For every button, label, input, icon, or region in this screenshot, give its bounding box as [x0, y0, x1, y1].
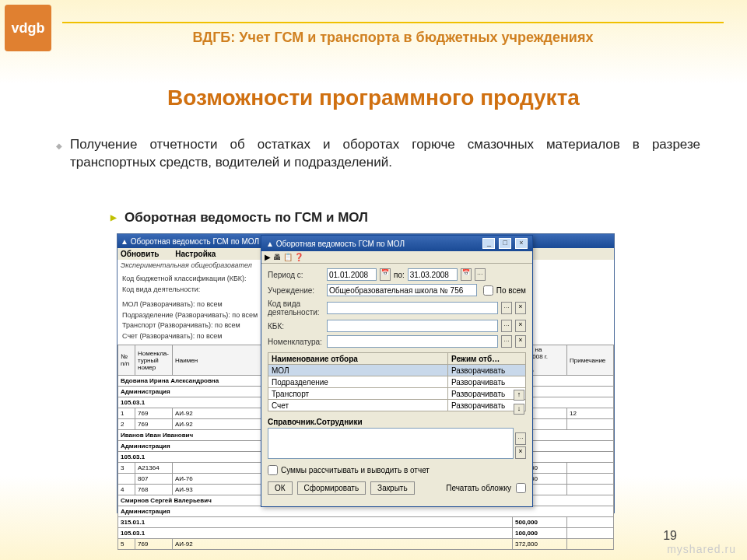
kbk-clear[interactable]: × [515, 320, 526, 332]
sub-bullet: Оборотная ведомость по ГСМ и МОЛ [124, 210, 368, 226]
activity-clear[interactable]: × [515, 302, 526, 314]
filter-row[interactable]: СчетРазворачивать [268, 400, 526, 411]
kbk-input[interactable] [327, 320, 498, 332]
filter-row[interactable]: МОЛРазворачивать [268, 365, 526, 376]
col-note: Примечание [567, 345, 614, 376]
header-subtitle: ВДГБ: Учет ГСМ и транспорта в бюджетных … [62, 22, 724, 46]
refbook-clear[interactable]: × [515, 446, 526, 459]
date-to-picker[interactable]: 📅 [461, 268, 472, 281]
filter-row[interactable]: ПодразделениеРазворачивать [268, 376, 526, 388]
activity-input[interactable] [327, 302, 498, 314]
refbook-box[interactable] [268, 428, 514, 459]
label-kbk: КБК: [268, 322, 324, 331]
label-to: по: [394, 271, 405, 279]
menu-update[interactable]: Обновить [121, 250, 159, 258]
activity-dots[interactable]: … [501, 302, 512, 314]
cover-checkbox[interactable] [516, 483, 526, 493]
filter-table[interactable]: Наименование отбораРежим отб… МОЛРазвора… [268, 352, 526, 411]
table-row: Администрация [118, 506, 614, 517]
filter-col-name: Наименование отбора [268, 353, 448, 365]
report-title: Оборотная ведомость ГСМ по МОЛ [131, 237, 259, 246]
col-nn: № n/n [118, 345, 135, 376]
period-dots[interactable]: … [475, 268, 486, 281]
kbk-dots[interactable]: … [501, 320, 512, 332]
minimize-button[interactable]: _ [482, 238, 495, 249]
slide-title: Возможности программного продукта [0, 86, 747, 110]
app-icon: ▲ [266, 240, 274, 248]
ok-button[interactable]: ОК [268, 481, 293, 495]
table-row: 105.03.1100,000 [118, 528, 614, 539]
label-period: Период с: [268, 271, 324, 279]
settings-dialog: ▲ Оборотная ведомость ГСМ по МОЛ _ □ × ▶… [261, 235, 533, 507]
paragraph: Получение отчетности об остатках и оборо… [70, 136, 700, 172]
label-activity: Код вида деятельности: [268, 299, 324, 317]
logo: vdgb [5, 5, 51, 51]
refbook-label: Справочник.Сотрудники [268, 418, 526, 426]
date-from-input[interactable] [327, 268, 377, 281]
app-icon: ▲ [121, 237, 128, 246]
nomen-dots[interactable]: … [501, 335, 512, 348]
table-row: 5769АИ-92372,800 [118, 539, 614, 550]
date-to-input[interactable] [408, 268, 458, 281]
close-dialog-button[interactable]: Закрыть [370, 481, 415, 495]
close-button[interactable]: × [515, 238, 528, 249]
refbook-dots[interactable]: … [515, 432, 526, 445]
maximize-button[interactable]: □ [499, 238, 511, 249]
org-input[interactable] [327, 284, 477, 296]
form-button[interactable]: Сформировать [297, 481, 366, 495]
nomen-clear[interactable]: × [515, 335, 526, 348]
sums-label: Суммы рассчитывать и выводить в отчет [281, 466, 430, 474]
table-row: 315.01.1500,000 [118, 517, 614, 528]
date-from-picker[interactable]: 📅 [380, 268, 391, 281]
move-up-button[interactable]: ↑ [514, 390, 524, 401]
col-nomen: Номенкла-турный номер [135, 345, 173, 376]
label-all: По всем [496, 286, 526, 295]
page-number: 19 [663, 529, 677, 543]
label-org: Учреждение: [268, 286, 324, 295]
dialog-title: Оборотная ведомость ГСМ по МОЛ [276, 240, 405, 248]
all-org-checkbox[interactable] [483, 285, 493, 296]
sums-checkbox[interactable] [268, 465, 278, 475]
dialog-titlebar[interactable]: ▲ Оборотная ведомость ГСМ по МОЛ _ □ × [261, 236, 532, 251]
dialog-toolbar[interactable]: ▶ 🖶 📋 ❓ [261, 251, 532, 264]
menu-settings[interactable]: Настройка [175, 250, 216, 258]
filter-col-mode: Режим отб… [448, 353, 526, 365]
label-nomen: Номенклатура: [268, 338, 324, 346]
nomen-input[interactable] [327, 335, 498, 348]
watermark: myshared.ru [667, 543, 736, 555]
move-down-button[interactable]: ↓ [514, 404, 524, 415]
cover-label: Печатать обложку [446, 484, 511, 492]
filter-row[interactable]: ТранспортРазворачивать [268, 388, 526, 400]
